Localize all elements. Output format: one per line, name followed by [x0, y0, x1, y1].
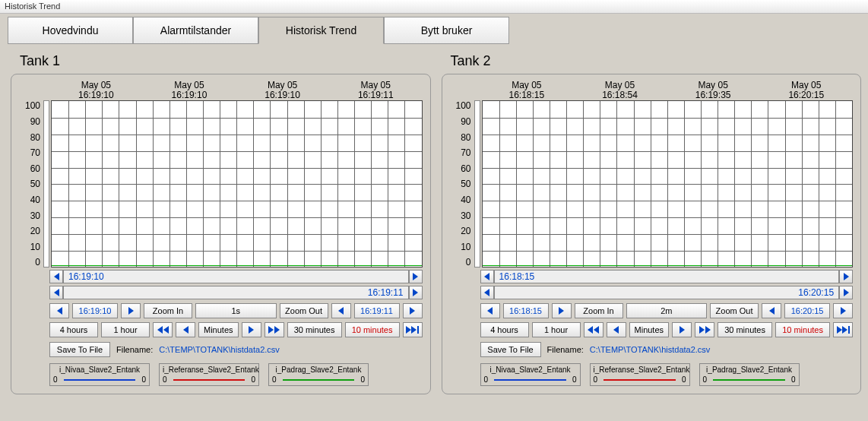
- rewind-fast-button[interactable]: [153, 322, 173, 337]
- range-30min-button[interactable]: 30 minutes: [718, 322, 772, 337]
- legend-row: i_Nivaa_Slave2_Entank 00 i_Referanse_Sla…: [480, 363, 854, 386]
- zoom-out-button[interactable]: Zoom Out: [710, 303, 759, 318]
- legend-item: i_Padrag_Slave2_Entank 00: [268, 363, 369, 386]
- legend-name: i_Padrag_Slave2_Entank: [703, 366, 796, 374]
- forward-fast-button[interactable]: [265, 322, 284, 337]
- panel-title: Tank 2: [451, 53, 862, 69]
- nav-end-prev-button[interactable]: [762, 303, 781, 318]
- range-4hours-button[interactable]: 4 hours: [480, 322, 529, 337]
- filename-path: C:\TEMP\TOTANK\histdata2.csv: [590, 345, 711, 354]
- rewind-button[interactable]: [176, 322, 195, 337]
- save-to-file-button[interactable]: Save To File: [49, 342, 110, 357]
- forward-button[interactable]: [242, 322, 261, 337]
- zoom-in-button[interactable]: Zoom In: [575, 303, 623, 318]
- forward-button[interactable]: [672, 322, 692, 337]
- minutes-label: Minutes: [198, 322, 239, 337]
- y-axis-labels: 1009080706050403020100: [450, 100, 474, 267]
- zoom-span-display: 1s: [195, 303, 277, 318]
- scroll-right-button[interactable]: [409, 270, 423, 283]
- legend-name: i_Padrag_Slave2_Entank: [272, 366, 365, 374]
- legend-item: i_Nivaa_Slave2_Entank 00: [480, 363, 581, 386]
- filename-label: Filename:: [547, 345, 584, 354]
- legend-name: i_Nivaa_Slave2_Entank: [53, 366, 146, 374]
- range-30min-button[interactable]: 30 minutes: [287, 322, 342, 337]
- scroll-start-track[interactable]: 16:19:10: [63, 270, 409, 283]
- x-axis-labels: May 0516:19:10May 0516:19:10May 0516:19:…: [49, 81, 423, 100]
- minutes-label: Minutes: [629, 322, 670, 337]
- scroll-end-track[interactable]: 16:19:11: [63, 286, 409, 299]
- x-axis-labels: May 0516:18:15May 0516:18:54May 0516:19:…: [480, 81, 854, 100]
- tab-hovedvindu[interactable]: Hovedvindu: [8, 17, 133, 44]
- zoom-span-display: 2m: [626, 303, 708, 318]
- scroll2-left-button[interactable]: [480, 286, 494, 299]
- scroll-start-track[interactable]: 16:18:15: [494, 270, 840, 283]
- level-bar: [474, 100, 480, 267]
- skip-to-end-button[interactable]: [403, 322, 423, 337]
- legend-item: i_Padrag_Slave2_Entank 00: [699, 363, 800, 386]
- nav-start-prev-button[interactable]: [49, 303, 69, 318]
- zoom-out-button[interactable]: Zoom Out: [280, 303, 328, 318]
- nav-end-next-button[interactable]: [403, 303, 423, 318]
- rewind-fast-button[interactable]: [584, 322, 603, 337]
- legend-row: i_Nivaa_Slave2_Entank 00 i_Referanse_Sla…: [49, 363, 423, 386]
- range-4hours-button[interactable]: 4 hours: [49, 322, 98, 337]
- scroll2-left-button[interactable]: [49, 286, 63, 299]
- panel-title: Tank 1: [20, 53, 431, 69]
- rewind-button[interactable]: [607, 322, 626, 337]
- legend-item: i_Nivaa_Slave2_Entank 00: [49, 363, 150, 386]
- range-1hour-button[interactable]: 1 hour: [532, 322, 581, 337]
- legend-name: i_Referanse_Slave2_Entank: [163, 366, 255, 374]
- scroll-left-button[interactable]: [480, 270, 494, 283]
- legend-name: i_Nivaa_Slave2_Entank: [484, 366, 577, 374]
- nav-start-next-button[interactable]: [121, 303, 141, 318]
- tab-bytt-bruker[interactable]: Bytt bruker: [384, 17, 509, 44]
- tank-panel-1: Tank 1 May 0516:19:10May 0516:19:10May 0…: [11, 50, 431, 394]
- nav-end-time[interactable]: 16:19:11: [354, 303, 400, 318]
- legend-item: i_Referanse_Slave2_Entank 00: [159, 363, 259, 386]
- nav-start-prev-button[interactable]: [480, 303, 500, 318]
- tank-panel-2: Tank 2 May 0516:18:15May 0516:18:54May 0…: [442, 50, 862, 394]
- tab-historisk-trend[interactable]: Historisk Trend: [258, 17, 384, 44]
- window-title: Historisk Trend: [0, 0, 868, 14]
- legend-name: i_Referanse_Slave2_Entank: [594, 366, 686, 374]
- scroll-right-button[interactable]: [839, 270, 853, 283]
- nav-end-prev-button[interactable]: [331, 303, 351, 318]
- tab-alarmtilstander[interactable]: Alarmtilstander: [133, 17, 258, 44]
- scroll2-right-button[interactable]: [839, 286, 853, 299]
- y-axis-labels: 1009080706050403020100: [19, 100, 43, 267]
- nav-start-next-button[interactable]: [552, 303, 572, 318]
- range-10min-button[interactable]: 10 minutes: [345, 322, 400, 337]
- scroll-end-track[interactable]: 16:20:15: [494, 286, 840, 299]
- scroll-left-button[interactable]: [49, 270, 63, 283]
- tab-bar: Hovedvindu Alarmtilstander Historisk Tre…: [8, 17, 860, 44]
- legend-item: i_Referanse_Slave2_Entank 00: [590, 363, 690, 386]
- zoom-in-button[interactable]: Zoom In: [144, 303, 192, 318]
- save-to-file-button[interactable]: Save To File: [480, 342, 541, 357]
- nav-start-time[interactable]: 16:18:15: [503, 303, 549, 318]
- chart-grid: [51, 100, 423, 267]
- skip-to-end-button[interactable]: [833, 322, 853, 337]
- chart-grid: [482, 100, 854, 267]
- range-1hour-button[interactable]: 1 hour: [101, 322, 150, 337]
- range-10min-button[interactable]: 10 minutes: [775, 322, 830, 337]
- filename-label: Filename:: [116, 345, 153, 354]
- nav-start-time[interactable]: 16:19:10: [72, 303, 118, 318]
- nav-end-next-button[interactable]: [833, 303, 853, 318]
- filename-path: C:\TEMP\TOTANK\histdata2.csv: [159, 345, 280, 354]
- forward-fast-button[interactable]: [695, 322, 714, 337]
- nav-end-time[interactable]: 16:20:15: [784, 303, 830, 318]
- level-bar: [43, 100, 49, 267]
- scroll2-right-button[interactable]: [409, 286, 423, 299]
